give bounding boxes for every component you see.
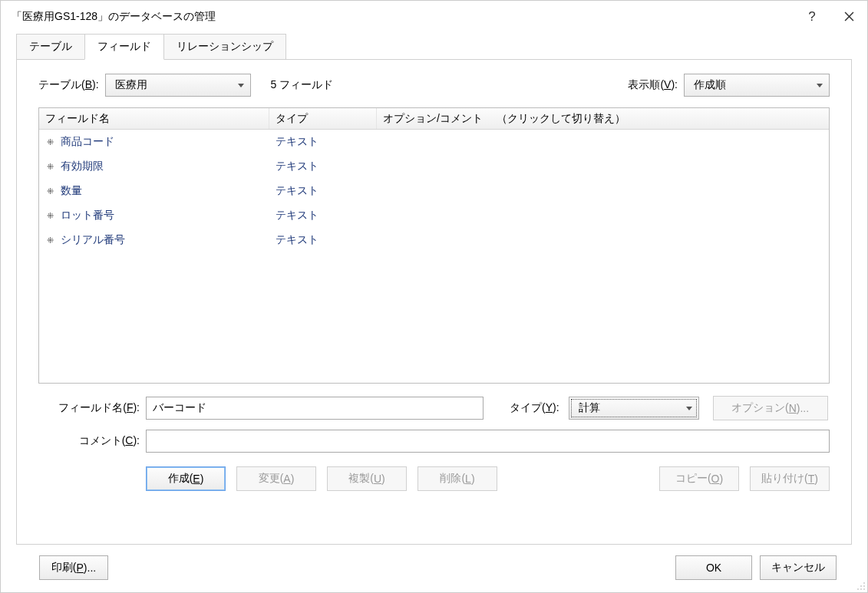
drag-handle-icon[interactable]: ⁜ bbox=[47, 212, 53, 219]
sort-order-select[interactable]: 作成順 bbox=[684, 74, 830, 97]
fieldname-input[interactable] bbox=[146, 397, 484, 420]
svg-point-1 bbox=[860, 585, 862, 587]
chevron-down-icon bbox=[686, 407, 692, 410]
svg-point-5 bbox=[863, 588, 865, 590]
tab-panel-fields: テーブル(B): 医療用 5 フィールド 表示順(V): 作成順 フ bbox=[16, 59, 852, 545]
table-row[interactable]: ⁜商品コード テキスト bbox=[39, 130, 829, 154]
table-row[interactable]: ⁜数量 テキスト bbox=[39, 179, 829, 203]
cancel-button[interactable]: キャンセル bbox=[760, 555, 837, 580]
svg-point-2 bbox=[863, 585, 865, 587]
duplicate-button[interactable]: 複製(U) bbox=[327, 466, 407, 491]
comment-label: コメント(C): bbox=[38, 434, 146, 448]
table-select-value: 医療用 bbox=[115, 78, 147, 92]
copy-button[interactable]: コピー(O) bbox=[659, 466, 739, 491]
table-row[interactable]: ⁜ロット番号 テキスト bbox=[39, 203, 829, 228]
titlebar: 「医療用GS1-128」のデータベースの管理 ? bbox=[1, 1, 867, 33]
help-button[interactable]: ? bbox=[794, 1, 830, 33]
top-controls: テーブル(B): 医療用 5 フィールド 表示順(V): 作成順 bbox=[38, 74, 830, 97]
manage-database-dialog: 「医療用GS1-128」のデータベースの管理 ? テーブル フィールド リレーシ… bbox=[0, 0, 868, 593]
close-button[interactable] bbox=[830, 1, 867, 33]
help-icon: ? bbox=[808, 9, 815, 25]
window-title: 「医療用GS1-128」のデータベースの管理 bbox=[12, 10, 794, 24]
sort-order-value: 作成順 bbox=[694, 78, 726, 92]
table-row[interactable]: ⁜有効期限 テキスト bbox=[39, 154, 829, 179]
svg-point-4 bbox=[860, 588, 862, 590]
sort-order-label: 表示順(V): bbox=[628, 78, 678, 92]
close-icon bbox=[844, 11, 854, 24]
comment-input[interactable] bbox=[146, 430, 830, 453]
tab-fields[interactable]: フィールド bbox=[84, 34, 164, 60]
ok-button[interactable]: OK bbox=[675, 555, 752, 580]
chevron-down-icon bbox=[817, 84, 823, 87]
drag-handle-icon[interactable]: ⁜ bbox=[47, 139, 53, 145]
table-row[interactable]: ⁜シリアル番号 テキスト bbox=[39, 228, 829, 252]
comment-row: コメント(C): bbox=[38, 430, 830, 453]
svg-point-0 bbox=[863, 582, 865, 584]
resize-grip-icon[interactable] bbox=[855, 580, 866, 591]
grid-body[interactable]: ⁜商品コード テキスト ⁜有効期限 テキスト ⁜数量 テキスト bbox=[39, 130, 829, 383]
action-buttons: 作成(E) 変更(A) 複製(U) 削除(L) コピー(O) 貼り付け(T) bbox=[38, 466, 830, 491]
content-area: テーブル フィールド リレーションシップ テーブル(B): 医療用 5 フィール… bbox=[1, 33, 867, 592]
options-button[interactable]: オプション(N)... bbox=[713, 396, 828, 420]
column-header-options[interactable]: オプション/コメント （クリックして切り替え） bbox=[377, 108, 829, 129]
delete-button[interactable]: 削除(L) bbox=[417, 466, 497, 491]
chevron-down-icon bbox=[238, 84, 244, 87]
field-count: 5 フィールド bbox=[271, 78, 334, 92]
change-button[interactable]: 変更(A) bbox=[236, 466, 316, 491]
type-label: タイプ(Y): bbox=[510, 401, 564, 415]
fields-grid: フィールド名 タイプ オプション/コメント （クリックして切り替え） ⁜商品コー… bbox=[38, 107, 830, 384]
tab-tables[interactable]: テーブル bbox=[16, 34, 85, 60]
print-button[interactable]: 印刷(P)... bbox=[39, 555, 108, 580]
column-header-type[interactable]: タイプ bbox=[269, 108, 377, 129]
column-header-name[interactable]: フィールド名 bbox=[39, 108, 269, 129]
table-select-label: テーブル(B): bbox=[38, 78, 99, 92]
type-select[interactable]: 計算 bbox=[569, 397, 699, 420]
paste-button[interactable]: 貼り付け(T) bbox=[750, 466, 830, 491]
fieldname-row: フィールド名(F): タイプ(Y): 計算 オプション(N)... bbox=[38, 396, 830, 420]
drag-handle-icon[interactable]: ⁜ bbox=[47, 188, 53, 194]
table-select[interactable]: 医療用 bbox=[105, 74, 251, 97]
type-select-value: 計算 bbox=[579, 401, 600, 415]
tab-relationships[interactable]: リレーションシップ bbox=[163, 34, 286, 60]
create-button[interactable]: 作成(E) bbox=[146, 466, 226, 491]
dialog-footer: 印刷(P)... OK キャンセル bbox=[16, 545, 852, 580]
svg-point-3 bbox=[857, 588, 859, 590]
fieldname-label: フィールド名(F): bbox=[38, 401, 146, 415]
drag-handle-icon[interactable]: ⁜ bbox=[47, 237, 53, 243]
grid-header: フィールド名 タイプ オプション/コメント （クリックして切り替え） bbox=[39, 108, 829, 130]
drag-handle-icon[interactable]: ⁜ bbox=[47, 163, 53, 170]
tabbar: テーブル フィールド リレーションシップ bbox=[16, 34, 852, 60]
